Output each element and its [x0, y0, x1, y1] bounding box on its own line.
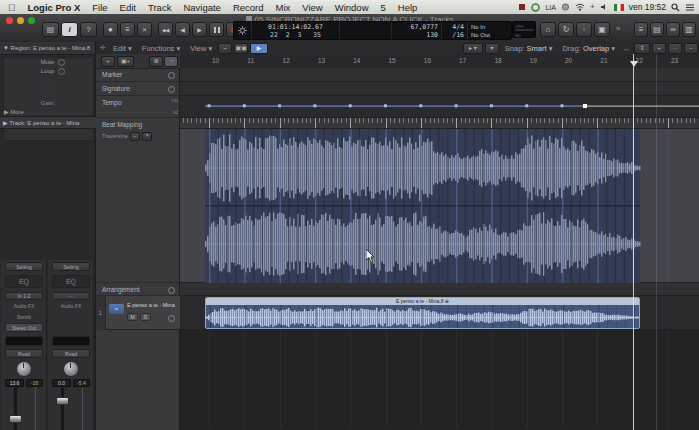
view-menu[interactable]: View ▾ [185, 44, 217, 53]
metronome-button[interactable]: ▣ [594, 22, 610, 37]
rewind-button[interactable]: ◀◀ [158, 22, 173, 37]
region-inspector-header[interactable]: ▼ Region: E penso a te - Mina.8 [0, 42, 95, 55]
signature-track-header[interactable]: Signature [96, 82, 180, 96]
automation-button[interactable]: ◔ [164, 56, 178, 67]
lcd-bar-position[interactable]: 22 2 3 35 [270, 31, 321, 39]
horizontal-zoom-icon[interactable]: ↔ [620, 45, 633, 52]
wifi-icon[interactable] [575, 3, 585, 11]
menu-track[interactable]: Track [142, 2, 177, 13]
menu-mix[interactable]: Mix [270, 2, 297, 13]
arrangement-lane[interactable] [180, 283, 699, 296]
tempo-lane[interactable] [180, 96, 699, 118]
minimize-window-button[interactable] [17, 17, 24, 24]
italian-flag-icon[interactable] [614, 4, 624, 11]
menu-file[interactable]: File [86, 2, 113, 13]
browsers-button[interactable]: ▥ [682, 22, 696, 37]
lcd-time-signature[interactable]: 4/4 [452, 23, 464, 31]
nudge-icon[interactable]: ⌐ [218, 43, 232, 54]
signature-lane[interactable] [180, 82, 699, 96]
record-indicator-icon[interactable] [518, 3, 526, 11]
volume-icon[interactable] [600, 3, 609, 11]
pan-knob[interactable] [63, 361, 79, 377]
sends-label[interactable]: Sends [1, 314, 47, 320]
menu-5[interactable]: 5 [375, 2, 392, 13]
cpu-hd-meter[interactable]: CPU HD [512, 21, 536, 38]
loop-checkbox[interactable] [58, 68, 65, 75]
menu-clock[interactable]: ven 19:52 [629, 2, 666, 12]
mute-checkbox[interactable] [58, 59, 65, 66]
lcd-display[interactable]: 01:01:14:02.67 22 2 3 35 67,0777 130 4/4… [233, 21, 512, 40]
menu-logic-pro-x[interactable]: Logic Pro X [22, 2, 87, 13]
marker-track-header[interactable]: Marker [96, 68, 180, 82]
menu-view[interactable]: View [296, 2, 328, 13]
audio-fx-label[interactable]: Audio FX [1, 303, 47, 309]
list-editors-button[interactable]: ≡ [634, 22, 648, 37]
edit-menu[interactable]: Edit ▾ [108, 44, 137, 53]
pause-button[interactable] [209, 22, 224, 37]
beat-mapping-option-button2[interactable]: ＊ [142, 132, 152, 141]
smart-controls-button[interactable]: ● [103, 22, 118, 37]
lcd-division[interactable]: /16 [452, 31, 464, 39]
empty-arrange-area[interactable] [180, 330, 699, 430]
spotlight-search-icon[interactable] [671, 3, 680, 12]
beat-mapping-track-header[interactable]: Beat Mapping Traversine −＊ [96, 118, 180, 283]
tuner-button[interactable]: ⌂ [540, 22, 556, 37]
zoom-out-button[interactable]: − [684, 43, 698, 54]
menu-help[interactable]: Help [392, 2, 424, 13]
cycle-button[interactable]: ↻ [558, 22, 574, 37]
snap-menu[interactable]: Snap: Smart ▾ [500, 44, 558, 53]
volume-fader[interactable] [9, 415, 22, 423]
count-in-button[interactable]: ◦ [576, 22, 592, 37]
input-slot[interactable]: In 1-2 [5, 292, 43, 300]
menu-record[interactable]: Record [227, 2, 270, 13]
zoom-preset-icon[interactable]: ▣▣ [234, 43, 248, 54]
lcd-tempo[interactable]: 67,0777 [411, 23, 438, 31]
setting-button[interactable]: Setting [52, 262, 90, 271]
drag-menu[interactable]: Drag: Overlap ▾ [557, 44, 620, 53]
menu-navigate[interactable]: Navigate [177, 2, 227, 13]
play-button[interactable]: ▶ [192, 22, 207, 37]
command-tool-menu[interactable]: ▾ [485, 43, 499, 54]
track-record-enable[interactable] [168, 315, 175, 322]
pointer-tool-menu[interactable]: ▸ ▾ [463, 43, 483, 54]
eq-thumbnail[interactable]: EQ [52, 275, 90, 288]
bar-ruler[interactable]: 1011121314151617181920212223 [180, 54, 699, 69]
input-slot[interactable]: — [52, 292, 90, 300]
zoom-window-button[interactable] [28, 17, 35, 24]
group-slot[interactable] [5, 336, 43, 346]
quick-help-button[interactable]: ? [80, 22, 97, 37]
library-button[interactable]: ▤ [42, 22, 59, 37]
track-name[interactable]: E penso a te - Mina [127, 302, 177, 308]
volume-fader[interactable] [56, 397, 69, 405]
apple-menu-icon[interactable]:  [8, 2, 16, 13]
input-language[interactable]: LIA [545, 4, 556, 11]
volume-fader-track[interactable] [14, 387, 17, 430]
beat-mapping-option-button[interactable]: − [130, 132, 140, 141]
add-track-button[interactable]: + [101, 56, 115, 67]
volume-fader-track[interactable] [61, 387, 64, 430]
marker-power-toggle[interactable] [168, 72, 175, 79]
arrangement-track-header[interactable]: Arrangement [96, 283, 180, 296]
arrangement-power-toggle[interactable] [168, 287, 175, 294]
sync-icon[interactable] [531, 3, 540, 12]
playhead[interactable] [633, 54, 634, 430]
display-icon[interactable] [561, 3, 570, 11]
setting-button[interactable]: Setting [5, 262, 43, 271]
lcd-smpte-time[interactable]: 01:01:14:02.67 [268, 23, 323, 31]
beat-mapping-mode[interactable]: Traversine −＊ [102, 132, 180, 141]
lcd-gear-icon[interactable] [234, 22, 252, 39]
audio-fx-label[interactable]: Audio FX [48, 303, 94, 309]
stop-button[interactable]: ◀ [175, 22, 190, 37]
beat-mapping-ruler[interactable] [180, 118, 699, 129]
playhead-marker[interactable] [630, 61, 638, 67]
add-track-stack-button[interactable]: ▣+ [117, 56, 134, 67]
lcd-tempo-alt[interactable]: 130 [426, 31, 438, 39]
waveform-zoom-button[interactable]: ·· [668, 43, 682, 54]
track-solo-button[interactable]: S [140, 313, 151, 321]
track-mute-button[interactable]: M [127, 313, 138, 321]
editors-button[interactable]: × [137, 22, 152, 37]
group-slot[interactable] [52, 336, 90, 346]
tempo-track-header[interactable]: Tempo 130 60 [96, 96, 180, 118]
global-tracks-button[interactable]: ≣ [149, 56, 163, 67]
apple-loops-button[interactable]: ∞ [666, 22, 680, 37]
